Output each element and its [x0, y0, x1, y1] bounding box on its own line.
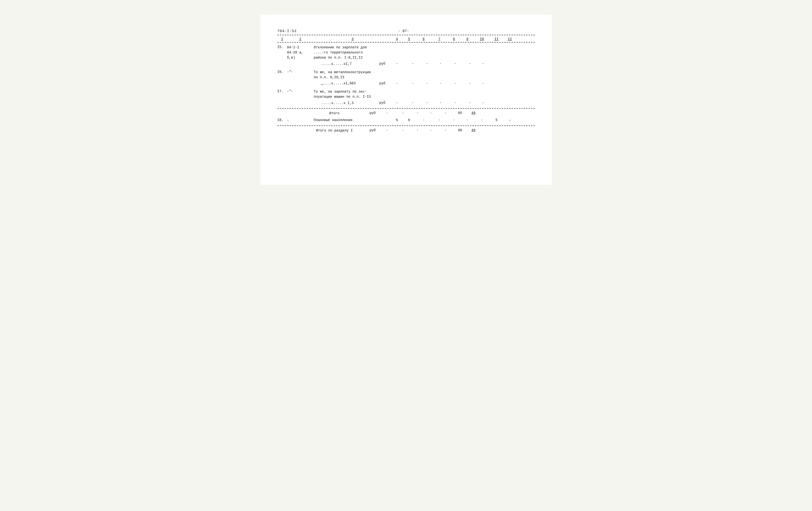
summary-itogo-row: Итого руб - - - - - 85 49 — [278, 110, 535, 117]
col-header-12: I2 — [503, 37, 517, 41]
col-header-10: IO — [474, 37, 490, 41]
row-i7-code: -"- — [287, 89, 314, 94]
row-i8-num: I8. — [278, 118, 287, 123]
row-i7-formula: .....х.....х I,3 руб - - - - - - - — [278, 100, 535, 107]
row-i6-num: I6. — [278, 70, 287, 75]
row-i6-formula-text: .....х.....хI,083 — [321, 81, 365, 85]
divider-itogo — [278, 108, 535, 109]
col-header-5: 5 — [403, 37, 416, 41]
row-i8-desc: Плановые накопления — [314, 118, 392, 123]
itogo-label: Итого — [314, 111, 355, 115]
col-header-3: 3 — [314, 37, 392, 41]
page: 704-I-52 - 87- I 2 3 4 5 6 7 8 9 IO II I… — [260, 15, 552, 185]
col-header-4: 4 — [392, 37, 403, 41]
row-i5-f-c7: - — [421, 61, 434, 66]
row-i5-num: I5. — [278, 45, 287, 50]
divider-itogo-razdel — [278, 126, 535, 126]
col-header-1: I — [278, 37, 287, 41]
row-i7-num: I7. — [278, 89, 287, 94]
itogo-razdel-unit: руб — [366, 128, 379, 133]
row-i5-f-c8: - — [434, 61, 447, 66]
row-i7: I7. -"- То же, на зарплату по экс- плуат… — [278, 87, 535, 100]
row-i5-desc: Отклонение по зарплате для ....-го терри… — [314, 45, 392, 60]
itogo-razdel-c11: 90 — [454, 128, 467, 133]
col-header-2: 2 — [287, 37, 314, 41]
row-i8-c11: 5 — [490, 118, 503, 123]
row-i8-unit: % — [392, 118, 403, 123]
itogo-razdel-c12: 49 — [467, 128, 480, 133]
row-i5: I5. 04-I-I 04-28 а, б,в) Отклонение по з… — [278, 43, 535, 61]
row-i5-f-c6: - — [405, 61, 421, 66]
row-i5-f-unit: руб — [376, 61, 389, 66]
row-i8-code: – — [287, 118, 314, 123]
itogo-c12: 49 — [467, 111, 480, 116]
row-i6-f-unit: руб — [376, 81, 389, 86]
row-i7-desc: То же, на зарплату по экс- плуатации маш… — [314, 89, 392, 100]
row-i5-formula-text: .....х.....хI,7 — [321, 62, 365, 66]
row-i5-f-c5: - — [389, 61, 405, 66]
row-i8: I8. – Плановые накопления % 6 - - - - - … — [278, 116, 535, 124]
summary-itogo-razdel-row: Итого по разделу I руб - - - - - 90 49 — [278, 127, 535, 134]
row-i8-c4: 6 — [403, 118, 416, 123]
col-header-8: 8 — [447, 37, 461, 41]
row-i7-f-unit: руб — [376, 101, 389, 106]
column-headers: I 2 3 4 5 6 7 8 9 IO II I2 — [278, 36, 535, 43]
doc-header: 704-I-52 - 87- — [278, 29, 535, 33]
row-i6-formula: .....х.....хI,083 руб - - - - - - - — [278, 81, 535, 87]
col-header-7: 7 — [432, 37, 447, 41]
row-i6: I6. -"- То же, на металлоконструкции по … — [278, 68, 535, 81]
row-i8-c12: – — [503, 118, 517, 123]
row-i5-f-c10: - — [463, 61, 476, 66]
col-header-6: 6 — [416, 37, 432, 41]
itogo-razdel-label: Итого по разделу I — [314, 129, 355, 133]
row-i5-code: 04-I-I 04-28 а, б,в) — [287, 45, 314, 60]
col-header-9: 9 — [461, 37, 474, 41]
itogo-unit: руб — [366, 111, 379, 116]
row-i5-f-c11: - — [476, 61, 490, 66]
itogo-c11: 85 — [454, 111, 467, 116]
row-i7-formula-text: .....х.....х I,3 — [321, 101, 365, 105]
row-i6-desc: То же, на металлоконструкции по п.п. 9,I… — [314, 70, 392, 80]
row-i5-formula: .....х.....хI,7 руб - - - - - - - — [278, 61, 535, 68]
col-header-11: II — [490, 37, 503, 41]
top-divider — [278, 35, 535, 35]
doc-id: 704-I-52 — [278, 29, 297, 33]
doc-page: - 87- — [297, 29, 511, 33]
row-i6-code: -"- — [287, 70, 314, 75]
row-i5-f-c9: - — [447, 61, 463, 66]
